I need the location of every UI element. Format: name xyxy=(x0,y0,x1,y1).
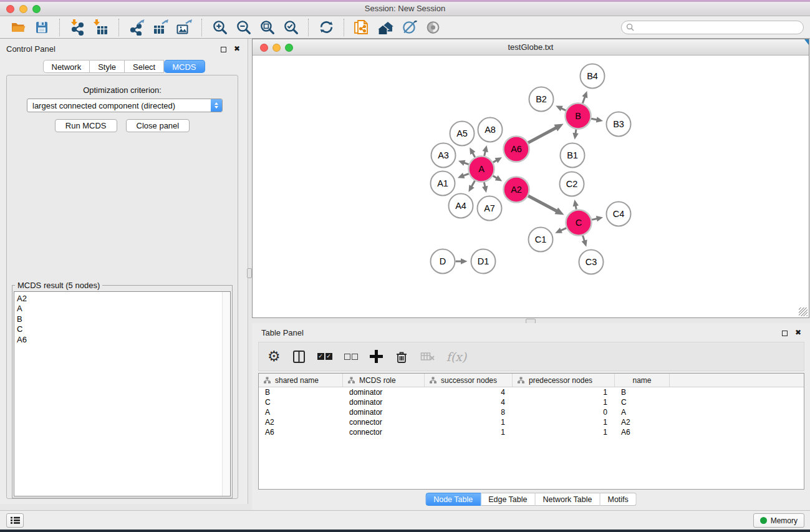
optimization-dropdown[interactable]: largest connected component (directed) xyxy=(27,99,223,112)
table-row[interactable]: A6connector11A6 xyxy=(259,427,804,437)
tab-mcds[interactable]: MCDS xyxy=(164,60,205,73)
zoom-view-button[interactable] xyxy=(285,44,293,52)
deselect-all-rows-icon[interactable] xyxy=(344,354,358,360)
dropdown-stepper-icon xyxy=(211,99,222,112)
close-panel-button[interactable]: Close panel xyxy=(126,119,190,132)
cell-predecessor_nodes: 1 xyxy=(513,388,615,397)
minimize-window-button[interactable] xyxy=(19,5,27,13)
close-table-panel-icon[interactable]: ✖ xyxy=(795,328,801,337)
export-table-icon[interactable] xyxy=(151,18,170,37)
show-column-icon[interactable] xyxy=(292,350,306,364)
cell-name: A xyxy=(615,408,670,417)
graph-node-label-A8: A8 xyxy=(485,125,496,135)
tab-network[interactable]: Network xyxy=(42,60,90,73)
cell-mcds_role: dominator xyxy=(343,388,425,397)
zoom-fit-icon[interactable] xyxy=(258,18,276,37)
zoom-window-button[interactable] xyxy=(32,5,41,13)
memory-button[interactable]: Memory xyxy=(753,513,804,528)
column-header-label: successor nodes xyxy=(441,376,497,385)
network-canvas[interactable]: B4B2BB3A8A5A6A3B1AA1C2A2A4A7C4CC1C3DD1 xyxy=(253,56,809,317)
settings-gear-icon[interactable]: ⚙ xyxy=(268,349,281,364)
column-header-successor-nodes[interactable]: successor nodes xyxy=(425,374,513,387)
column-header-shared-name[interactable]: shared name xyxy=(259,374,343,387)
export-image-icon[interactable] xyxy=(175,18,193,37)
graph-node-label-C: C xyxy=(576,218,582,228)
task-history-button[interactable] xyxy=(6,513,24,528)
column-header-name[interactable]: name xyxy=(615,374,670,387)
result-item-c[interactable]: C xyxy=(14,324,230,334)
graph-edge-A6-B[interactable] xyxy=(528,127,557,143)
open-file-icon[interactable] xyxy=(9,18,27,37)
float-panel-icon[interactable] xyxy=(221,47,226,52)
graph-node-label-C1: C1 xyxy=(535,235,547,244)
import-table-icon[interactable] xyxy=(92,18,110,37)
select-all-rows-icon[interactable]: ✓✓ xyxy=(317,353,332,360)
list-icon xyxy=(11,516,20,525)
vertical-splitter-handle[interactable] xyxy=(247,268,252,278)
result-item-b[interactable]: B xyxy=(14,314,230,324)
window-title: Session: New Session xyxy=(0,2,810,16)
add-column-icon[interactable] xyxy=(370,350,383,363)
close-window-button[interactable] xyxy=(6,5,14,13)
minimize-view-button[interactable] xyxy=(272,44,281,52)
graph-edge-arrowhead xyxy=(596,216,603,221)
refresh-layout-icon[interactable] xyxy=(317,18,335,37)
zoom-selected-icon[interactable] xyxy=(281,18,300,37)
table-row[interactable]: Bdominator41B xyxy=(259,387,804,397)
mcds-result-listbox[interactable]: A2ABCA6 xyxy=(14,291,231,496)
save-session-icon[interactable] xyxy=(32,18,51,37)
column-header-mcds-role[interactable]: MCDS role xyxy=(343,374,425,387)
graph-node-label-B: B xyxy=(575,111,581,121)
cell-successor_nodes: 1 xyxy=(425,418,513,427)
column-type-icon xyxy=(348,377,355,384)
cell-name: A2 xyxy=(615,418,670,427)
tab-edge-table[interactable]: Edge Table xyxy=(481,493,535,506)
application-window: Session: New Session xyxy=(0,0,810,532)
new-network-from-selection-icon[interactable] xyxy=(352,18,371,37)
table-body: Bdominator41BCdominator41CAdominator80AA… xyxy=(259,387,804,437)
table-row[interactable]: Adominator80A xyxy=(259,407,804,417)
network-graph[interactable]: B4B2BB3A8A5A6A3B1AA1C2A2A4A7C4CC1C3DD1 xyxy=(253,56,809,319)
tab-network-table[interactable]: Network Table xyxy=(536,493,600,506)
home-icon[interactable] xyxy=(376,18,395,37)
table-header: shared nameMCDS rolesuccessor nodesprede… xyxy=(259,374,804,387)
float-table-panel-icon[interactable] xyxy=(782,331,788,336)
optimization-dropdown-value: largest connected component (directed) xyxy=(27,101,211,110)
result-item-a2[interactable]: A2 xyxy=(14,294,230,304)
graph-edge-arrowhead xyxy=(458,173,465,178)
search-field[interactable] xyxy=(621,21,804,34)
close-view-button[interactable] xyxy=(260,44,268,52)
graph-edge-A2-C[interactable] xyxy=(528,196,557,211)
tab-style[interactable]: Style xyxy=(90,60,125,73)
close-panel-icon[interactable]: ✖ xyxy=(234,44,240,53)
tab-motifs[interactable]: Motifs xyxy=(600,493,636,506)
network-title: testGlobe.txt xyxy=(253,39,809,56)
cell-mcds_role: connector xyxy=(343,418,425,427)
desktop-edge-bottom xyxy=(0,530,810,532)
hide-selected-icon[interactable] xyxy=(400,18,418,37)
table-panel-tabs: Node TableEdge TableNetwork TableMotifs xyxy=(425,493,637,506)
search-input[interactable] xyxy=(637,23,799,32)
show-graphics-details-icon[interactable] xyxy=(423,18,442,37)
tab-node-table[interactable]: Node Table xyxy=(425,493,481,506)
table-row[interactable]: Cdominator41C xyxy=(259,397,804,407)
graph-node-label-C4: C4 xyxy=(613,209,625,219)
mcds-tab-content: Optimization criterion: largest connecte… xyxy=(6,75,238,499)
run-mcds-button[interactable]: Run MCDS xyxy=(55,119,117,132)
zoom-out-icon[interactable] xyxy=(234,18,253,37)
export-network-icon[interactable] xyxy=(127,18,146,37)
tab-select[interactable]: Select xyxy=(125,60,164,73)
result-item-a6[interactable]: A6 xyxy=(14,335,230,345)
import-network-icon[interactable] xyxy=(68,18,87,37)
table-row[interactable]: A2connector11A2 xyxy=(259,417,804,427)
control-panel-tabs: NetworkStyleSelectMCDS xyxy=(42,60,205,73)
result-item-a[interactable]: A xyxy=(14,304,230,314)
graph-node-label-A: A xyxy=(478,164,485,174)
column-header-predecessor-nodes[interactable]: predecessor nodes xyxy=(513,374,615,387)
delete-column-icon[interactable] xyxy=(395,350,408,364)
column-header-label: predecessor nodes xyxy=(529,376,592,385)
network-window-titlebar[interactable]: testGlobe.txt xyxy=(253,39,809,56)
zoom-in-icon[interactable] xyxy=(210,18,229,37)
resize-grip-icon[interactable] xyxy=(799,307,808,316)
result-scrollbar[interactable] xyxy=(222,292,230,496)
